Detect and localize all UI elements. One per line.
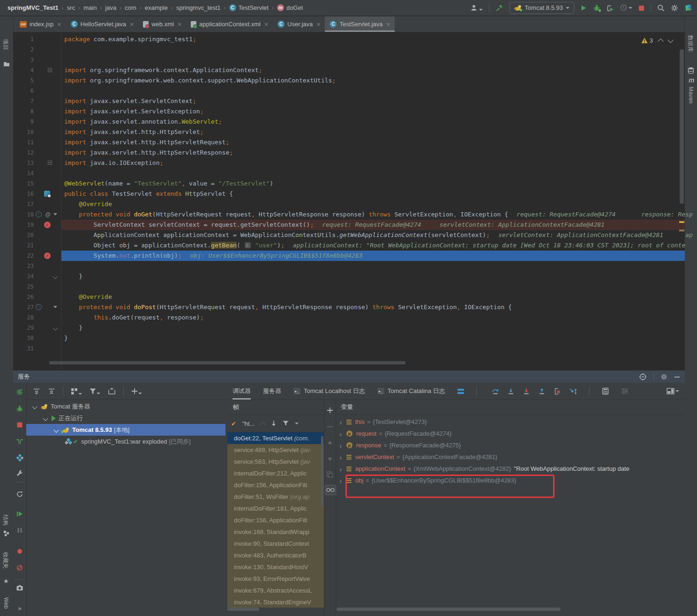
- fold-start-icon[interactable]: [48, 161, 52, 165]
- update-application-icon[interactable]: [16, 454, 23, 461]
- breadcrumb-item[interactable]: mdoGet: [277, 4, 303, 11]
- run-with-coverage-button[interactable]: [607, 4, 614, 11]
- thread-dump-camera-icon[interactable]: [16, 584, 23, 592]
- frame-row[interactable]: invoke:679, AbstractAccessL: [227, 585, 324, 596]
- evaluate-expression-icon[interactable]: [602, 387, 609, 395]
- view-breakpoints-icon[interactable]: [16, 548, 23, 555]
- close-tab-icon[interactable]: ×: [178, 21, 181, 28]
- frame-row[interactable]: invoke:74, StandardEngineV: [227, 596, 324, 608]
- code-line[interactable]: import javax.servlet.ServletException;: [61, 106, 685, 117]
- editor-tab[interactable]: CHelloServlet.java×: [66, 16, 139, 32]
- more-actions-icon[interactable]: »: [16, 605, 23, 612]
- filter-icon[interactable]: [90, 388, 100, 394]
- code-line[interactable]: [61, 343, 685, 354]
- services-tree-row[interactable]: Tomcat 8.5.93[本地]: [26, 424, 225, 436]
- variable-row[interactable]: ›obj={User$$EnhancerBySpringCGLIB$$51f8e…: [335, 475, 685, 486]
- code-line[interactable]: package com.example.springmvc_test1;: [61, 34, 685, 45]
- editor-tab[interactable]: CTestServlet.java×: [325, 16, 395, 32]
- variable-row[interactable]: ›presponse={ResponseFacade@4275}: [335, 439, 685, 451]
- deploy-icon[interactable]: [16, 438, 23, 445]
- structure-icon[interactable]: [3, 530, 9, 536]
- editor-tab[interactable]: web.xml×: [138, 16, 186, 32]
- code-line[interactable]: [61, 86, 685, 96]
- variable-row[interactable]: ›servletContext={ApplicationContextFacad…: [335, 451, 685, 463]
- debugger-tab[interactable]: ▸_Tomcat Localhost 日志: [293, 383, 365, 400]
- debugger-tab[interactable]: ▸_Tomcat Catalina 日志: [377, 383, 445, 400]
- breadcrumb-item[interactable]: springMVC_Test1: [7, 4, 59, 11]
- editor-tab[interactable]: JSPindex.jsp×: [15, 16, 66, 32]
- restore-layout-icon[interactable]: [667, 388, 679, 394]
- maven-tool-button[interactable]: Maven: [688, 87, 694, 104]
- show-execution-lines-icon[interactable]: [457, 389, 464, 394]
- breadcrumb-item[interactable]: CTestServlet: [229, 4, 269, 11]
- frame-row[interactable]: doFilter:156, ApplicationFilt: [227, 479, 324, 491]
- editor-horizontal-scrollbar[interactable]: [49, 361, 405, 364]
- debug-server-icon[interactable]: [16, 405, 23, 412]
- next-problem-icon[interactable]: [667, 37, 674, 43]
- fold-start-icon[interactable]: [48, 68, 52, 72]
- expand-chevron-icon[interactable]: ›: [340, 430, 342, 438]
- code-line[interactable]: import javax.servlet.ServletContext;: [61, 96, 685, 106]
- close-tab-icon[interactable]: ×: [264, 21, 268, 28]
- code-lines[interactable]: package com.example.springmvc_test1;impo…: [61, 34, 685, 372]
- code-line[interactable]: import javax.servlet.annotation.WebServl…: [61, 117, 685, 127]
- hide-panel-icon[interactable]: [674, 374, 680, 380]
- expand-chevron-icon[interactable]: ›: [340, 418, 342, 426]
- folder-icon[interactable]: [3, 61, 10, 67]
- code-line[interactable]: protected void doGet(HttpServletRequest …: [61, 209, 685, 220]
- rerun-icon[interactable]: [16, 490, 23, 498]
- fold-end-icon[interactable]: [52, 274, 58, 279]
- frames-horizontal-scrollbar[interactable]: [227, 608, 259, 611]
- breakpoint-icon[interactable]: ✓: [44, 222, 51, 228]
- debug-button[interactable]: [593, 4, 600, 11]
- database-tool-button[interactable]: 数据库: [686, 35, 694, 52]
- code-line[interactable]: [61, 55, 685, 65]
- force-step-into-icon[interactable]: [523, 388, 530, 395]
- breadcrumb-item[interactable]: main: [83, 4, 97, 11]
- stop-button[interactable]: [638, 4, 645, 11]
- code-line[interactable]: System.out.println(obj);obj: User$$Enhan…: [61, 251, 685, 261]
- ide-logo-icon[interactable]: [684, 4, 692, 12]
- expand-chevron-icon[interactable]: ›: [340, 465, 342, 473]
- frame-row[interactable]: service:583, HttpServlet (jav: [227, 456, 324, 468]
- code-line[interactable]: this.doGet(request, response);: [61, 312, 685, 323]
- frame-row[interactable]: invoke:130, StandardHostV: [227, 561, 324, 573]
- close-tab-icon[interactable]: ×: [386, 21, 390, 28]
- stop-server-icon[interactable]: [16, 421, 23, 429]
- add-watch-icon[interactable]: [326, 407, 334, 414]
- debugger-tab[interactable]: 调试器: [232, 383, 251, 400]
- code-line[interactable]: @WebServlet(name = "TestServlet", value …: [61, 178, 685, 189]
- web-tool-button[interactable]: Web: [3, 597, 9, 609]
- code-line[interactable]: import java.io.IOException;: [61, 158, 685, 168]
- expand-all-icon[interactable]: [33, 388, 40, 395]
- code-line[interactable]: [61, 261, 685, 271]
- code-line[interactable]: [61, 45, 685, 55]
- variable-row[interactable]: ›applicationContext={XmlWebApplicationCo…: [335, 463, 685, 475]
- mute-breakpoints-icon[interactable]: [16, 564, 23, 571]
- editor-tab[interactable]: CUser.java×: [273, 16, 325, 32]
- thread-selector[interactable]: ✔ "ht...: [227, 415, 324, 432]
- resume-program-icon[interactable]: [16, 510, 23, 518]
- code-line[interactable]: [61, 168, 685, 178]
- rerun-server-icon[interactable]: [16, 388, 23, 396]
- variable-row[interactable]: ›prequest={RequestFacade@4274}: [335, 428, 685, 439]
- editor-vertical-scrollbar[interactable]: [680, 49, 684, 204]
- star-icon[interactable]: ★: [3, 578, 9, 585]
- fold-down-icon[interactable]: [53, 213, 57, 215]
- chevron-down-icon[interactable]: [43, 416, 48, 421]
- frame-row[interactable]: invoke:93, ErrorReportValve: [227, 573, 324, 585]
- code-line[interactable]: Object obj = applicationContext.getBean(…: [61, 240, 685, 251]
- breadcrumb-item[interactable]: java: [105, 4, 116, 11]
- project-tool-button[interactable]: 项目: [1, 39, 9, 50]
- database-icon[interactable]: [688, 67, 694, 74]
- chevron-down-icon[interactable]: [32, 404, 37, 409]
- breakpoint-icon[interactable]: ✓: [44, 252, 51, 259]
- variables-horizontal-scrollbar[interactable]: [337, 608, 561, 611]
- build-hammer-icon[interactable]: [495, 4, 503, 12]
- code-line[interactable]: import javax.servlet.http.HttpServlet;: [61, 127, 685, 137]
- frame-row[interactable]: invoke:90, StandardContext: [227, 538, 324, 549]
- prev-problem-icon[interactable]: [658, 38, 664, 45]
- profiler-button[interactable]: [620, 4, 632, 11]
- favorites-tool-button[interactable]: 收藏夹: [1, 552, 9, 569]
- breadcrumb-item[interactable]: src: [67, 4, 75, 11]
